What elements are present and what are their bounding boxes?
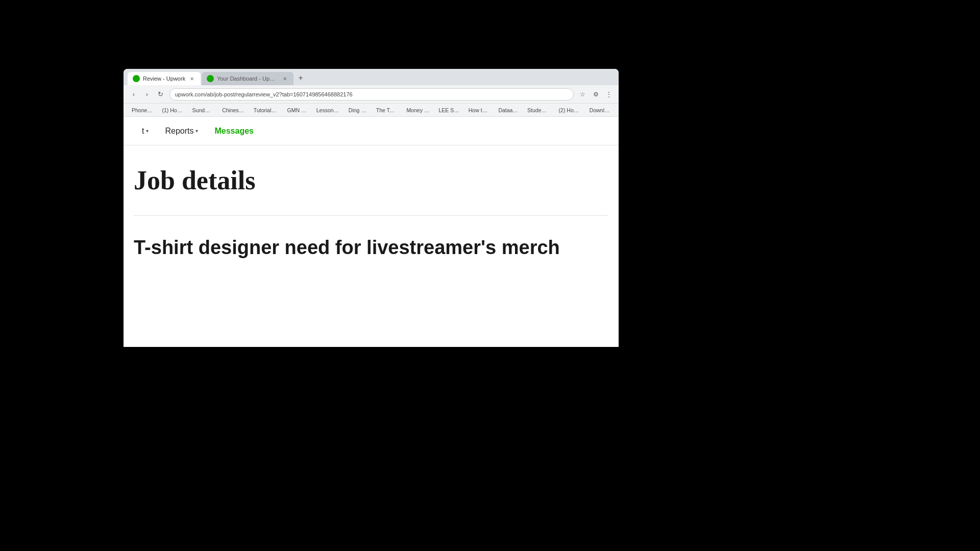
bookmark-8[interactable]: Ding Fei De Fi... [345,106,371,114]
tab-favicon-1 [133,75,140,82]
bookmark-12[interactable]: How to get more... [464,106,494,114]
tab-label-2: Your Dashboard - Upwork [217,76,278,82]
bookmark-2[interactable]: (1) How Working... [158,106,187,114]
bookmark-icon[interactable]: ☆ [577,89,588,100]
nav-reports-chevron: ▾ [195,128,198,134]
page-content: t ▾ Reports ▾ Messages Job details T-shi… [124,117,619,347]
job-posting-title: T-shirt designer need for livestreamer's… [134,236,608,260]
forward-button[interactable]: › [141,88,153,101]
nav-buttons: ‹ › ↻ [128,88,166,101]
main-content-area: Job details T-shirt designer need for li… [124,145,619,347]
refresh-button[interactable]: ↻ [154,88,166,101]
tab-label-1: Review - Upwork [143,76,185,82]
tab-dashboard[interactable]: Your Dashboard - Upwork ✕ [202,72,293,85]
nav-item-messages[interactable]: Messages [206,117,262,145]
nav-item-messages-label: Messages [214,127,254,136]
bookmark-5[interactable]: Tutorial: Eugene Fo... [250,106,282,114]
bookmarks-bar: Phone Recycling... (1) How Working... Su… [124,104,619,117]
bookmark-15[interactable]: (2) How To Add 4... [555,106,584,114]
page-title: Job details [134,166,608,195]
url-bar[interactable]: upwork.com/ab/job-post/regularreview_v2?… [169,88,574,101]
tab-close-1[interactable]: ✕ [188,75,195,82]
tab-close-2[interactable]: ✕ [281,75,288,82]
bookmark-9[interactable]: The Top 3 Platfor... [372,106,402,114]
tab-bar: Review - Upwork ✕ Your Dashboard - Upwor… [124,69,619,85]
tab-favicon-2 [207,75,214,82]
extensions-icon[interactable]: ⚙ [590,89,601,100]
nav-item-reports-label: Reports [165,127,193,136]
back-button[interactable]: ‹ [128,88,140,101]
nav-item-mywork[interactable]: t ▾ [134,117,157,145]
menu-icon[interactable]: ⋮ [603,89,615,100]
url-text: upwork.com/ab/job-post/regularreview_v2?… [175,91,353,97]
bookmark-7[interactable]: Lessons Learned f... [312,106,344,114]
bookmark-6[interactable]: GMN - Hotpicks... [283,106,311,114]
bookmark-4[interactable]: Chinese Translitio... [218,106,249,114]
section-divider [134,215,608,216]
nav-item-mywork-label: t [142,127,144,136]
tab-review[interactable]: Review - Upwork ✕ [128,72,201,85]
bookmark-16[interactable]: Download - Com... [585,106,615,114]
address-bar: ‹ › ↻ upwork.com/ab/job-post/regularrevi… [124,85,619,104]
bookmark-10[interactable]: Money Changes E... [402,106,433,114]
bookmark-1[interactable]: Phone Recycling... [128,106,157,114]
nav-item-reports[interactable]: Reports ▾ [157,117,206,145]
site-nav: t ▾ Reports ▾ Messages [124,117,619,145]
bookmark-11[interactable]: LEE S HOUSE -... [434,106,463,114]
bookmark-14[interactable]: Student Wants an... [523,106,554,114]
toolbar-icons: ☆ ⚙ ⋮ [577,89,615,100]
nav-mywork-chevron: ▾ [146,128,149,134]
bookmark-3[interactable]: Sunderagtech: L... [188,106,217,114]
bookmark-13[interactable]: Dataarchivo - R... [494,106,522,114]
new-tab-button[interactable]: + [295,72,307,84]
